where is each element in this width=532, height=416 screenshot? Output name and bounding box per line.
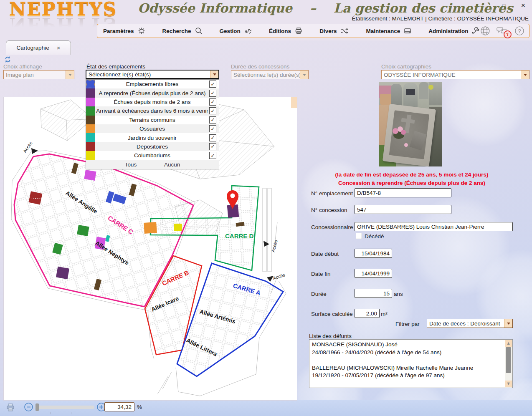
menu-parametres[interactable]: Paramètres: [103, 27, 146, 35]
defunt-dates: 19/12/1920 - 07/05/2017 (décédée à l'âge…: [312, 372, 503, 380]
tab-close-icon[interactable]: ×: [57, 44, 61, 51]
select-all-link[interactable]: Tous: [125, 161, 137, 168]
decede-label: Décédé: [365, 233, 384, 240]
defunt-name[interactable]: DERRIER (BILLETLEGROS) Jacques: [312, 388, 503, 388]
zoom-percent-input[interactable]: 34,32: [104, 402, 134, 411]
color-swatch: [86, 88, 95, 97]
duree-concessions-placeholder: Sélectionnez le(s) durée(s): [233, 72, 301, 78]
globe-www-icon[interactable]: www: [480, 25, 491, 36]
refresh-map-icon[interactable]: [4, 56, 11, 65]
duree-input[interactable]: 15: [355, 289, 392, 298]
duree-unit-label: ans: [394, 291, 403, 297]
establishment-subtitle: Établissement : MALEMORT | Cimetière : O…: [352, 15, 529, 22]
menu-gestion[interactable]: Gestion: [220, 27, 252, 35]
gear-icon: [137, 27, 146, 35]
defunts-listbox[interactable]: MONSACRE (SIGONNAUD) José 24/08/1966 - 2…: [309, 339, 513, 388]
menu-divers[interactable]: Divers: [319, 27, 349, 35]
printer-icon: [294, 27, 303, 35]
decede-checkbox[interactable]: [356, 233, 362, 239]
access-label-southeast: Accès: [272, 272, 286, 281]
zoom-slider-handle[interactable]: [35, 403, 39, 411]
scroll-down-icon[interactable]: ▼: [505, 381, 512, 387]
checkbox[interactable]: ✓: [209, 81, 216, 88]
menu-administration[interactable]: Administration: [428, 27, 480, 35]
dropdown-arrow-icon[interactable]: [504, 319, 512, 328]
concessionnaire-input[interactable]: GRIVE (DESBARRES) Louis Christian Jean-P…: [355, 222, 513, 231]
checkbox[interactable]: ✓: [209, 134, 216, 141]
tab-cartographie[interactable]: Cartographie ×: [6, 40, 71, 55]
checkbox[interactable]: ✓: [209, 125, 216, 132]
plot-arrivant-echeance: [77, 225, 89, 236]
checkbox[interactable]: ✓: [209, 143, 216, 150]
choix-cartographies-value: ODYSSÉE INFORMATIQUE: [384, 72, 456, 78]
close-button[interactable]: ×: [521, 3, 525, 10]
date-fin-input[interactable]: 14/04/1999: [355, 269, 392, 278]
duree-concessions-select[interactable]: Sélectionnez le(s) durée(s): [231, 70, 309, 79]
surface-input[interactable]: 2,00: [355, 309, 380, 318]
scroll-thumb[interactable]: [506, 347, 511, 373]
storage-box-icon: [403, 27, 412, 35]
menu-recherche-label: Recherche: [162, 28, 191, 34]
legend-item-arrivant-echeances[interactable]: Arrivant à échéances dans les 6 mois à v…: [86, 106, 219, 115]
checkbox[interactable]: ✓: [209, 98, 216, 106]
checkbox[interactable]: ✓: [209, 152, 216, 159]
color-swatch: [86, 133, 95, 142]
etat-emplacements-placeholder: Sélectionnez le(s) état(s): [89, 71, 151, 78]
legend-item-depositoires[interactable]: Dépositoires ✓: [86, 142, 219, 151]
menu-maintenance[interactable]: Maintenance: [366, 27, 412, 35]
color-swatch: [86, 124, 95, 133]
refresh-icon[interactable]: [530, 26, 532, 36]
dropdown-arrow-icon[interactable]: [521, 71, 529, 79]
choix-affichage-select[interactable]: Image plan: [3, 70, 74, 79]
etat-emplacements-select[interactable]: Sélectionnez le(s) état(s): [86, 70, 219, 79]
checkbox[interactable]: ✓: [209, 107, 216, 114]
legend-item-ossuaires[interactable]: Ossuaires ✓: [86, 124, 219, 133]
print-map-icon[interactable]: [6, 403, 15, 414]
legend-item-jardins-souvenir[interactable]: Jardins du souvenir ✓: [86, 133, 219, 142]
dropdown-arrow-icon[interactable]: [300, 71, 308, 79]
scroll-up-icon[interactable]: ▲: [505, 340, 512, 347]
chat-bubbles-icon[interactable]: 7: [496, 26, 509, 36]
dropdown-arrow-icon[interactable]: [66, 71, 74, 79]
defunt-name[interactable]: MONSACRE (SIGONNAUD) José: [312, 341, 503, 349]
legend-item-columbariums[interactable]: Columbariums ✓: [86, 151, 219, 160]
checkbox[interactable]: ✓: [209, 116, 216, 124]
select-none-link[interactable]: Aucun: [164, 161, 180, 168]
grave-photo: [379, 82, 442, 166]
date-debut-input[interactable]: 15/04/1984: [355, 249, 392, 258]
menu-gestion-label: Gestion: [220, 28, 241, 34]
menu-recherche[interactable]: Recherche: [162, 27, 203, 35]
choix-cartographies-select[interactable]: ODYSSÉE INFORMATIQUE: [381, 70, 529, 79]
map-scroll-corner: [291, 97, 297, 108]
defunt-name[interactable]: BALLEREAU (MICHALOWSCKI) Mireille Rachel…: [312, 364, 503, 372]
minimize-button[interactable]: –: [484, 3, 487, 10]
svg-text:?: ?: [518, 28, 521, 34]
maximize-button[interactable]: □: [502, 3, 506, 10]
warning-concession-reprendre: Concession à reprendre (Échues depuis pl…: [309, 180, 514, 186]
concession-label: N° concession: [311, 207, 347, 213]
date-debut-label: Date début: [311, 251, 339, 257]
checkbox[interactable]: ✓: [209, 90, 216, 97]
legend-item-terrains-communs[interactable]: Terrains communs ✓: [86, 116, 219, 124]
color-swatch: [86, 98, 95, 106]
surface-label: Surface calculée: [311, 311, 353, 317]
access-arrow-icon: [267, 276, 274, 282]
surface-unit-label: m²: [381, 311, 388, 317]
legend-item-echues-moins-2-ans[interactable]: Échues depuis moins de 2 ans ✓: [86, 98, 219, 106]
defunts-scrollbar[interactable]: ▲ ▼: [505, 340, 512, 387]
menu-divers-label: Divers: [319, 28, 337, 34]
emplacement-input[interactable]: D/B547-8: [355, 188, 451, 197]
duree-label: Durée: [311, 291, 327, 297]
legend-item-emplacements-libres[interactable]: Emplacements libres ✓: [86, 80, 219, 88]
zoom-out-icon[interactable]: [24, 402, 33, 413]
filtre-value: Date de décès : Décroissant: [429, 320, 500, 327]
legend-item-a-reprendre[interactable]: A reprendre (Échues depuis plus de 2 ans…: [86, 88, 219, 97]
zoom-slider[interactable]: [35, 406, 94, 409]
menu-editions[interactable]: Éditions: [269, 27, 303, 35]
help-icon[interactable]: ?: [514, 25, 525, 36]
color-swatch: [86, 142, 95, 151]
concession-input[interactable]: 547: [355, 205, 451, 214]
filtre-select[interactable]: Date de décès : Décroissant: [427, 319, 513, 328]
dropdown-arrow-icon[interactable]: [210, 71, 218, 78]
bokeh-circle: [476, 250, 532, 342]
